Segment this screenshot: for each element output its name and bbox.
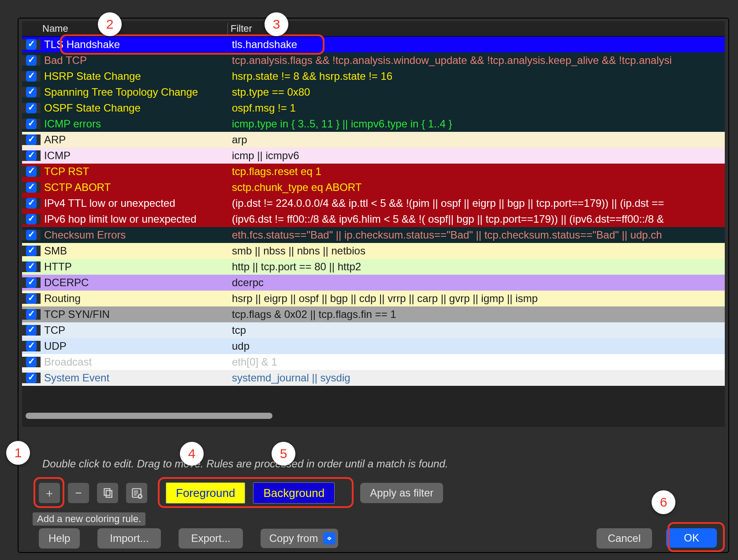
table-row[interactable]: HTTPhttp || tcp.port == 80 || http2 — [22, 259, 725, 275]
table-row[interactable]: TCP SYN/FINtcp.flags & 0x02 || tcp.flags… — [22, 306, 725, 322]
table-row[interactable]: TLS Handshaketls.handshake — [22, 37, 725, 52]
table-row[interactable]: Broadcasteth[0] & 1 — [22, 354, 725, 370]
row-name[interactable]: ICMP errors — [41, 118, 229, 130]
row-checkbox[interactable] — [26, 119, 37, 129]
row-name[interactable]: ARP — [41, 134, 229, 146]
row-filter[interactable]: (ipv6.dst != ff00::/8 && ipv6.hlim < 5 &… — [229, 213, 725, 225]
row-name[interactable]: IPv6 hop limit low or unexpected — [41, 213, 229, 225]
row-filter[interactable]: systemd_journal || sysdig — [229, 372, 725, 384]
row-checkbox[interactable] — [26, 214, 37, 224]
row-checkbox[interactable] — [26, 309, 37, 320]
row-checkbox[interactable] — [26, 230, 37, 240]
table-row[interactable]: TCPtcp — [22, 322, 725, 338]
row-name[interactable]: Bad TCP — [41, 54, 229, 67]
apply-as-filter-button[interactable]: Apply as filter — [360, 483, 443, 503]
row-checkbox[interactable] — [26, 87, 37, 97]
background-button[interactable]: Background — [253, 482, 335, 504]
row-filter[interactable]: tcp.flags.reset eq 1 — [229, 165, 725, 178]
column-header-name[interactable]: Name — [41, 23, 227, 34]
table-row[interactable]: HSRP State Changehsrp.state != 8 && hsrp… — [22, 68, 725, 84]
row-filter[interactable]: tls.handshake — [229, 38, 725, 51]
row-checkbox[interactable] — [26, 134, 37, 145]
row-name[interactable]: Broadcast — [41, 356, 229, 368]
row-name[interactable]: OSPF State Change — [41, 102, 229, 114]
horizontal-scrollbar[interactable] — [26, 413, 272, 419]
row-checkbox[interactable] — [26, 357, 37, 367]
row-filter[interactable]: sctp.chunk_type eq ABORT — [229, 181, 725, 194]
row-checkbox[interactable] — [26, 341, 37, 351]
row-name[interactable]: TCP RST — [41, 165, 229, 178]
row-checkbox[interactable] — [26, 39, 37, 50]
row-name[interactable]: TCP SYN/FIN — [41, 308, 229, 321]
row-checkbox[interactable] — [26, 71, 37, 82]
coloring-rules-table[interactable]: Name Filter TLS Handshaketls.handshakeBa… — [22, 21, 725, 427]
row-filter[interactable]: (ip.dst != 224.0.0.0/4 && ip.ttl < 5 && … — [229, 197, 725, 209]
table-row[interactable]: IPv6 hop limit low or unexpected(ipv6.ds… — [22, 211, 725, 227]
row-filter[interactable]: hsrp || eigrp || ospf || bgp || cdp || v… — [229, 292, 725, 305]
row-filter[interactable]: http || tcp.port == 80 || http2 — [229, 261, 725, 273]
row-checkbox[interactable] — [26, 55, 37, 66]
table-row[interactable]: Checksum Errorseth.fcs.status=="Bad" || … — [22, 227, 725, 243]
table-row[interactable]: UDPudp — [22, 338, 725, 354]
row-filter[interactable]: tcp.analysis.flags && !tcp.analysis.wind… — [229, 54, 725, 67]
import-button[interactable]: Import... — [97, 528, 161, 549]
cancel-button[interactable]: Cancel — [596, 528, 652, 549]
table-row[interactable]: IPv4 TTL low or unexpected(ip.dst != 224… — [22, 195, 725, 211]
row-checkbox[interactable] — [26, 261, 37, 272]
row-checkbox[interactable] — [26, 150, 37, 161]
ok-button[interactable]: OK — [666, 528, 717, 548]
table-row[interactable]: System Eventsystemd_journal || sysdig — [22, 370, 725, 386]
row-filter[interactable]: icmp || icmpv6 — [229, 149, 725, 162]
table-row[interactable]: ARParp — [22, 132, 725, 148]
export-button[interactable]: Export... — [179, 528, 242, 549]
table-row[interactable]: SCTP ABORTsctp.chunk_type eq ABORT — [22, 179, 725, 195]
help-button[interactable]: Help — [39, 528, 80, 549]
row-name[interactable]: UDP — [41, 340, 229, 352]
row-filter[interactable]: tcp.flags & 0x02 || tcp.flags.fin == 1 — [229, 308, 725, 321]
table-row[interactable]: TCP RSTtcp.flags.reset eq 1 — [22, 164, 725, 179]
row-name[interactable]: IPv4 TTL low or unexpected — [41, 197, 229, 209]
row-name[interactable]: TLS Handshake — [41, 38, 229, 51]
row-filter[interactable]: smb || nbss || nbns || netbios — [229, 245, 725, 257]
row-name[interactable]: HTTP — [41, 261, 229, 273]
table-row[interactable]: Spanning Tree Topology Changestp.type ==… — [22, 84, 725, 100]
row-checkbox[interactable] — [26, 277, 37, 288]
row-filter[interactable]: eth[0] & 1 — [229, 356, 725, 368]
row-name[interactable]: Checksum Errors — [41, 229, 229, 241]
row-checkbox[interactable] — [26, 166, 37, 177]
copy-from-dropdown[interactable]: Copy from — [261, 529, 339, 548]
table-row[interactable]: ICMP errorsicmp.type in { 3..5, 11 } || … — [22, 116, 725, 132]
row-name[interactable]: HSRP State Change — [41, 70, 229, 82]
row-filter[interactable]: eth.fcs.status=="Bad" || ip.checksum.sta… — [229, 229, 725, 241]
row-filter[interactable]: arp — [229, 134, 725, 146]
row-filter[interactable]: icmp.type in { 3..5, 11 } || icmpv6.type… — [229, 118, 725, 130]
row-name[interactable]: Spanning Tree Topology Change — [41, 86, 229, 98]
table-row[interactable]: ICMPicmp || icmpv6 — [22, 148, 725, 164]
row-name[interactable]: SMB — [41, 245, 229, 257]
row-checkbox[interactable] — [26, 373, 37, 383]
row-filter[interactable]: tcp — [229, 324, 725, 336]
row-checkbox[interactable] — [26, 325, 37, 336]
row-checkbox[interactable] — [26, 182, 37, 193]
remove-rule-button[interactable]: − — [68, 483, 89, 503]
column-header-filter[interactable]: Filter — [227, 23, 725, 34]
row-checkbox[interactable] — [26, 103, 37, 113]
row-filter[interactable]: hsrp.state != 8 && hsrp.state != 16 — [229, 70, 725, 82]
row-name[interactable]: System Event — [41, 372, 229, 384]
row-filter[interactable]: udp — [229, 340, 725, 352]
table-row[interactable]: Bad TCPtcp.analysis.flags && !tcp.analys… — [22, 52, 725, 68]
row-name[interactable]: SCTP ABORT — [41, 181, 229, 194]
row-filter[interactable]: stp.type == 0x80 — [229, 86, 725, 98]
table-row[interactable]: Routinghsrp || eigrp || ospf || bgp || c… — [22, 291, 725, 306]
row-checkbox[interactable] — [26, 198, 37, 209]
row-checkbox[interactable] — [26, 293, 37, 304]
row-name[interactable]: ICMP — [41, 149, 229, 162]
row-checkbox[interactable] — [26, 246, 37, 256]
row-filter[interactable]: ospf.msg != 1 — [229, 102, 725, 114]
row-name[interactable]: DCERPC — [41, 276, 229, 289]
add-rule-button[interactable]: ＋ — [39, 483, 60, 503]
table-row[interactable]: OSPF State Changeospf.msg != 1 — [22, 100, 725, 116]
table-row[interactable]: SMBsmb || nbss || nbns || netbios — [22, 243, 725, 259]
copy-rule-button[interactable] — [97, 483, 118, 503]
row-filter[interactable]: dcerpc — [229, 276, 725, 289]
